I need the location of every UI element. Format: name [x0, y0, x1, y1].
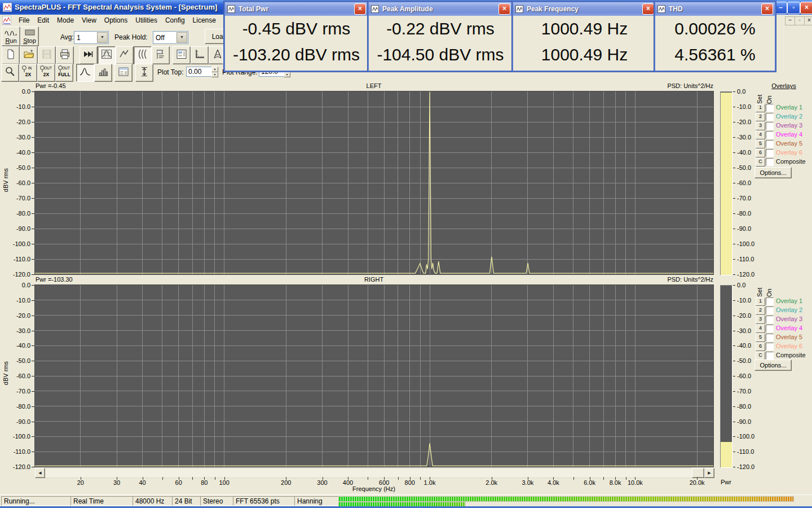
overlay-on-checkbox-1[interactable] [766, 104, 774, 112]
meter-window-total-pwr[interactable]: Total Pwr×-0.45 dBV rms-103.20 dBV rms [224, 1, 369, 72]
display-panel-button[interactable] [114, 64, 133, 82]
calibration-ruler-icon [194, 49, 205, 62]
meter-window-titlebar[interactable]: Peak Amplitude× [369, 2, 512, 16]
plot-top-input[interactable] [186, 67, 213, 77]
overlay-on-checkbox-5[interactable] [766, 334, 774, 341]
overlay-set-button-1[interactable]: 1 [756, 104, 765, 112]
spin-down-icon[interactable]: ▼ [284, 72, 290, 78]
overlay-on-checkbox-6[interactable] [766, 149, 774, 157]
overlay-set-button-C[interactable]: C [756, 158, 765, 167]
meter-window-close-button[interactable]: × [354, 3, 366, 15]
overlay-on-checkbox-4[interactable] [766, 131, 774, 139]
meter-window-titlebar[interactable]: Total Pwr× [225, 2, 368, 16]
spectrum-display-button[interactable] [98, 46, 116, 64]
overlay-on-checkbox-2[interactable] [766, 113, 774, 121]
restore-button[interactable]: ▫ [787, 2, 800, 14]
meter-window-peak-amplitude[interactable]: Peak Amplitude×-0.22 dBV rms-104.50 dBV … [368, 1, 513, 72]
meter-window-peak-frequency[interactable]: Peak Frequency×1000.49 Hz1000.49 Hz [512, 1, 657, 72]
meter-window-close-button[interactable]: × [642, 3, 654, 15]
meter-window-thd[interactable]: THD×0.00026 %4.56361 % [654, 1, 776, 72]
overlay-set-button-2[interactable]: 2 [756, 113, 765, 121]
menu-item-options[interactable]: Options [100, 15, 131, 26]
mdi-restore-button[interactable]: ▫ [795, 16, 805, 25]
overlay-set-button-3[interactable]: 3 [756, 316, 765, 324]
zoom-in-2x-button[interactable]: IN2X [19, 64, 37, 82]
overlay-on-checkbox-5[interactable] [766, 140, 774, 148]
overlay-on-checkbox-3[interactable] [766, 316, 774, 323]
overlay-set-button-3[interactable]: 3 [756, 122, 765, 130]
close-button[interactable]: × [800, 2, 812, 14]
spectrogram-display-button[interactable] [134, 46, 152, 64]
bar-plot-button[interactable] [94, 64, 112, 82]
peak-hold-select[interactable]: Off ▼ [153, 31, 188, 44]
menu-item-edit[interactable]: Edit [33, 15, 53, 26]
overlay-on-checkbox-C[interactable] [766, 158, 774, 166]
zoom-button[interactable] [1, 64, 19, 82]
overlay-set-button-2[interactable]: 2 [756, 306, 765, 315]
freq-scrollbar[interactable] [35, 468, 714, 478]
application-window: SpectraPLUS - FFT Spectral Analysis Syst… [0, 0, 812, 508]
print-button[interactable] [56, 46, 74, 64]
open-file-button[interactable] [20, 46, 38, 64]
save-file-icon [41, 49, 52, 62]
status-field-5: FFT 65536 pts [233, 496, 296, 506]
meter-window-close-button[interactable]: × [498, 3, 510, 15]
overlay-on-checkbox-C[interactable] [766, 352, 774, 360]
save-file-button[interactable] [38, 46, 56, 64]
scrollbar-thumb[interactable] [692, 468, 704, 478]
menu-item-view[interactable]: View [78, 15, 100, 26]
mdi-close-button[interactable]: × [804, 16, 812, 25]
spectrum-plot-button[interactable] [76, 64, 94, 82]
meter-window-close-button[interactable]: × [761, 3, 773, 15]
zoom-out-2x-button[interactable]: OUT2X [37, 64, 55, 82]
y-tick [733, 152, 735, 153]
overlay-on-checkbox-6[interactable] [766, 343, 774, 351]
menu-item-config[interactable]: Config [161, 15, 189, 26]
plot-top-spinner[interactable]: ▲ ▼ [211, 67, 218, 77]
zoom-out-full-button[interactable]: OUTFULL [55, 64, 73, 82]
scroll-left-button[interactable]: ◀ [35, 468, 45, 478]
overlay-on-checkbox-4[interactable] [766, 325, 774, 332]
overlay-set-button-6[interactable]: 6 [756, 149, 765, 157]
overlay-options-button-left[interactable]: Options... [754, 167, 792, 178]
minimize-button[interactable]: – [774, 2, 787, 14]
overlay-on-checkbox-1[interactable] [766, 297, 774, 305]
scroll-right-button[interactable]: ▶ [704, 468, 714, 478]
run-button[interactable]: Run [2, 27, 20, 46]
overlay-set-button-C[interactable]: C [756, 352, 765, 360]
menu-item-utilities[interactable]: Utilities [131, 15, 161, 26]
overlay-set-button-4[interactable]: 4 [756, 325, 765, 333]
time-series-display-button[interactable] [116, 46, 134, 64]
calibration-ruler-button[interactable] [191, 46, 209, 64]
overlay-set-button-1[interactable]: 1 [756, 297, 765, 306]
avg-dropdown-icon[interactable]: ▼ [97, 32, 108, 43]
menu-item-license[interactable]: License [189, 15, 220, 26]
mdi-minimize-button[interactable]: – [785, 16, 795, 25]
y-tick [733, 107, 735, 107]
annotation-button[interactable] [152, 46, 170, 64]
spin-down-icon[interactable]: ▼ [211, 72, 218, 78]
amplitude-scale-button[interactable] [135, 64, 153, 82]
spectrum-plot-right[interactable] [35, 285, 713, 467]
overlay-options-button-right[interactable]: Options... [754, 360, 792, 371]
display-settings-button[interactable] [173, 46, 191, 64]
new-file-button[interactable] [2, 46, 20, 64]
menu-item-mode[interactable]: Mode [53, 15, 78, 26]
overlay-set-button-5[interactable]: 5 [756, 334, 765, 342]
overlay-set-button-5[interactable]: 5 [756, 140, 765, 148]
peak-hold-dropdown-icon[interactable]: ▼ [176, 32, 187, 43]
spin-up-icon[interactable]: ▲ [211, 67, 218, 72]
meter-window-titlebar[interactable]: THD× [655, 2, 775, 16]
overlay-set-button-4[interactable]: 4 [756, 131, 765, 139]
avg-select[interactable]: 1 ▼ [74, 31, 109, 44]
spectrum-plot-left[interactable] [35, 91, 713, 274]
overlay-on-checkbox-2[interactable] [766, 306, 774, 314]
stop-button[interactable]: Stop [20, 27, 39, 46]
overlay-set-button-6[interactable]: 6 [756, 343, 765, 351]
overlay-on-checkbox-3[interactable] [766, 122, 774, 130]
overlay-label-5: Overlay 5 [776, 334, 802, 340]
fast-forward-button[interactable] [80, 46, 98, 64]
menu-item-file[interactable]: File [15, 15, 33, 26]
meter-window-titlebar[interactable]: Peak Frequency× [513, 2, 656, 16]
overlay-label-C: Composite [776, 352, 806, 358]
